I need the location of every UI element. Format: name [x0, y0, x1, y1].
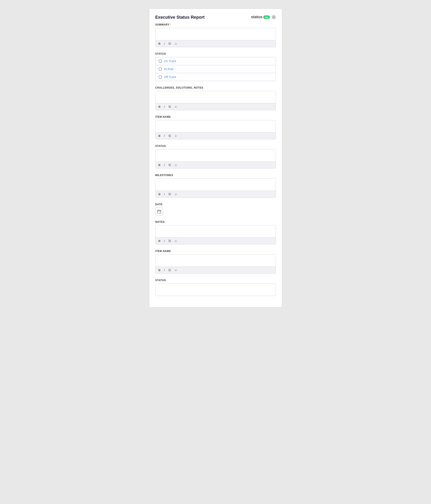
item-name-2-link-button[interactable]: ⛓ — [167, 268, 172, 272]
item-name-section: ITEM NAME B I ⛓ ☺ — [155, 115, 276, 139]
item-name-2-italic-button[interactable]: I — [163, 268, 166, 272]
svg-rect-0 — [157, 210, 161, 213]
item-name-toolbar: B I ⛓ ☺ — [156, 132, 276, 139]
date-section: DATE — [155, 203, 276, 215]
milestones-italic-button[interactable]: I — [163, 192, 166, 196]
item-status-bold-button[interactable]: B — [158, 163, 161, 167]
summary-input[interactable] — [156, 28, 276, 39]
notes-bold-button[interactable]: B — [158, 239, 161, 243]
modal-header: Executive Status Report status net × — [155, 15, 276, 20]
notes-toolbar: B I ⛓ ☺ — [156, 237, 276, 244]
challenges-emoji-button[interactable]: ☺ — [174, 105, 178, 109]
summary-link-button[interactable]: ⛓ — [167, 42, 172, 46]
item-name-2-input[interactable] — [156, 255, 276, 266]
item-name-emoji-button[interactable]: ☺ — [174, 134, 178, 138]
item-status-link-button[interactable]: ⛓ — [167, 163, 172, 167]
summary-toolbar: B I ⛓ ☺ — [156, 40, 276, 47]
item-status-editor: B I ⛓ ☺ — [155, 149, 276, 169]
item-name-2-label: ITEM NAME — [155, 250, 276, 253]
required-indicator: * — [170, 23, 171, 26]
item-name-bold-button[interactable]: B — [158, 134, 161, 138]
notes-editor: B I ⛓ ☺ — [155, 225, 276, 244]
item-name-input[interactable] — [156, 120, 276, 131]
challenges-input[interactable] — [156, 91, 276, 102]
radio-on-track[interactable]: On Track — [155, 57, 276, 65]
milestones-link-button[interactable]: ⛓ — [167, 192, 172, 196]
status-radio-group: On Track At Risk Off Track — [155, 57, 276, 81]
radio-circle-at-risk — [158, 67, 162, 71]
milestones-label: MILESTONES — [155, 174, 276, 177]
modal-container: Executive Status Report status net × SUM… — [149, 9, 282, 307]
summary-bold-button[interactable]: B — [158, 42, 161, 46]
summary-italic-button[interactable]: I — [163, 42, 166, 46]
challenges-editor: B I ⛓ ☺ — [155, 91, 276, 110]
item-name-italic-button[interactable]: I — [163, 134, 166, 138]
milestones-editor: B I ⛓ ☺ — [155, 179, 276, 198]
milestones-toolbar: B I ⛓ ☺ — [156, 191, 276, 198]
challenges-label: CHALLENGES, SOLUTIONS, NOTES — [155, 86, 276, 89]
item-name-label: ITEM NAME — [155, 115, 276, 118]
summary-emoji-button[interactable]: ☺ — [174, 42, 178, 46]
challenges-link-button[interactable]: ⛓ — [167, 105, 172, 109]
date-picker-button[interactable] — [155, 207, 163, 215]
status-label: STATUS — [155, 52, 276, 55]
status-2-editor — [155, 284, 276, 296]
item-name-2-toolbar: B I ⛓ ☺ — [156, 267, 276, 273]
radio-off-track[interactable]: Off Track — [155, 73, 276, 81]
status-word: status — [251, 15, 262, 19]
notes-label: NOTES — [155, 220, 276, 224]
status-section: STATUS On Track At Risk Off Track — [155, 52, 276, 81]
notes-italic-button[interactable]: I — [163, 239, 166, 243]
milestones-emoji-button[interactable]: ☺ — [174, 192, 178, 196]
modal-title: Executive Status Report — [155, 15, 205, 20]
item-name-2-emoji-button[interactable]: ☺ — [174, 268, 178, 272]
item-name-2-section: ITEM NAME B I ⛓ ☺ — [155, 250, 276, 274]
radio-label-at-risk: At Risk — [164, 67, 174, 71]
notes-link-button[interactable]: ⛓ — [167, 239, 172, 243]
item-status-input[interactable] — [156, 150, 276, 161]
summary-editor: B I ⛓ ☺ — [155, 28, 276, 47]
item-status-label: STATUS — [155, 144, 276, 148]
calendar-icon — [157, 209, 161, 213]
milestones-bold-button[interactable]: B — [158, 192, 161, 196]
item-status-italic-button[interactable]: I — [163, 163, 166, 167]
radio-label-off-track: Off Track — [164, 75, 176, 79]
radio-at-risk[interactable]: At Risk — [155, 65, 276, 73]
challenges-italic-button[interactable]: I — [163, 105, 166, 109]
item-name-link-button[interactable]: ⛓ — [167, 134, 172, 138]
summary-label: SUMMARY* — [155, 23, 276, 26]
radio-label-on-track: On Track — [164, 59, 176, 63]
item-status-emoji-button[interactable]: ☺ — [174, 163, 178, 167]
status-2-section: STATUS — [155, 279, 276, 296]
notes-input[interactable] — [156, 225, 276, 237]
close-button[interactable]: × — [272, 15, 276, 19]
item-name-2-editor: B I ⛓ ☺ — [155, 254, 276, 274]
modal-title-group: Executive Status Report — [155, 15, 205, 20]
status-2-input[interactable] — [156, 284, 276, 295]
milestones-input[interactable] — [156, 179, 276, 190]
challenges-bold-button[interactable]: B — [158, 105, 161, 109]
milestones-section: MILESTONES B I ⛓ ☺ — [155, 174, 276, 198]
item-status-toolbar: B I ⛓ ☺ — [156, 162, 276, 168]
radio-circle-off-track — [158, 75, 162, 79]
date-label: DATE — [155, 203, 276, 206]
summary-section: SUMMARY* B I ⛓ ☺ — [155, 23, 276, 47]
statusnet-logo: status net — [251, 15, 270, 19]
status-2-label: STATUS — [155, 279, 276, 282]
notes-emoji-button[interactable]: ☺ — [174, 239, 178, 243]
radio-circle-on-track — [158, 59, 162, 63]
header-right: status net × — [251, 15, 276, 19]
item-status-section: STATUS B I ⛓ ☺ — [155, 144, 276, 169]
challenges-section: CHALLENGES, SOLUTIONS, NOTES B I ⛓ ☺ — [155, 86, 276, 110]
challenges-toolbar: B I ⛓ ☺ — [156, 103, 276, 110]
notes-section: NOTES B I ⛓ ☺ — [155, 220, 276, 244]
net-badge: net — [263, 15, 270, 19]
item-name-2-bold-button[interactable]: B — [158, 268, 161, 272]
item-name-editor: B I ⛓ ☺ — [155, 120, 276, 139]
